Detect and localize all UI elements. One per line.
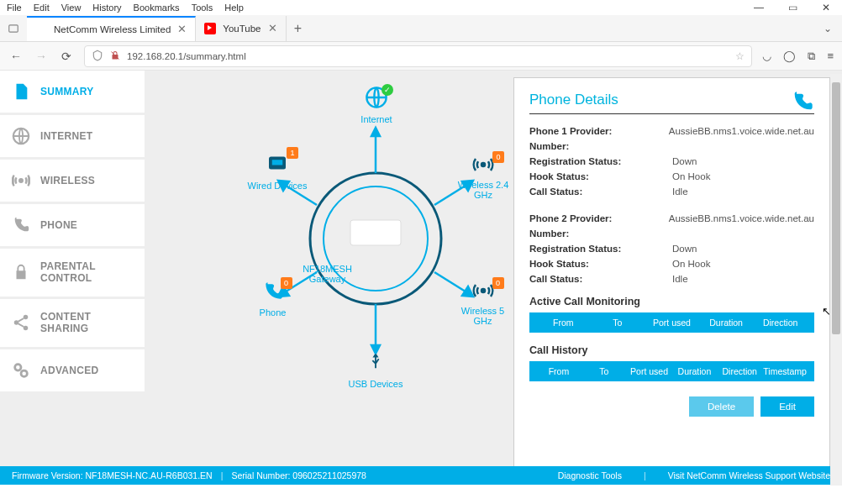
sidebar-item-label: INTERNET — [40, 130, 92, 142]
svg-rect-26 — [272, 160, 283, 165]
node-wired[interactable]: 1 Wired Devices — [244, 150, 311, 191]
firmware-value: NF18MESH-NC.AU-R6B031.EN — [86, 470, 213, 480]
menu-view[interactable]: View — [61, 3, 82, 13]
nav-reload-button[interactable]: ⟳ — [59, 50, 74, 63]
sidebar-item-phone[interactable]: PHONE — [0, 204, 145, 246]
window-maximize[interactable]: ▭ — [783, 2, 802, 13]
window-close[interactable]: ✕ — [817, 2, 835, 13]
tab-label: YouTube — [223, 24, 260, 34]
nav-forward-button[interactable]: → — [34, 50, 49, 63]
phone-icon — [12, 216, 30, 234]
menu-tools[interactable]: Tools — [192, 3, 213, 13]
sidebar-item-sharing[interactable]: CONTENT SHARING — [0, 299, 145, 347]
gateway-label: NF18MESHGateway — [294, 264, 361, 284]
app-body: SUMMARY INTERNET WIRELESS PHONE PARENTAL… — [0, 71, 842, 485]
new-tab-button[interactable]: + — [287, 21, 310, 36]
gears-icon — [12, 361, 30, 380]
node-phone[interactable]: 0 Phone — [250, 281, 296, 318]
globe-icon: ✓ — [365, 86, 388, 111]
lock-icon — [12, 263, 30, 281]
phone-icon — [791, 90, 814, 116]
sidebar-item-label: PHONE — [40, 219, 77, 231]
delete-button[interactable]: Delete — [689, 396, 754, 417]
count-badge: 1 — [287, 147, 298, 159]
details-panel: Phone Details Phone 1 Provider:AussieBB.… — [510, 71, 842, 485]
account-icon[interactable]: ◯ — [783, 50, 796, 63]
tab-close-icon[interactable]: ✕ — [268, 22, 277, 34]
menu-history[interactable]: History — [92, 3, 121, 13]
footer-support-link[interactable]: Visit NetComm Wireless Support Website — [668, 470, 830, 480]
bookmark-star-icon[interactable]: ☆ — [735, 50, 745, 62]
doc-icon — [12, 82, 30, 101]
ethernet-icon: 1 — [265, 150, 290, 177]
svg-point-8 — [21, 370, 27, 376]
network-diagram: NF18MESHGateway ✓ Internet 1 Wired Devic… — [145, 71, 510, 485]
node-internet[interactable]: ✓ Internet — [355, 86, 397, 124]
tab-netcomm[interactable]: NetComm Wireless Limited ✕ — [27, 16, 196, 41]
node-wireless5[interactable]: 0 Wireless 5 GHz — [451, 281, 514, 326]
footer-diagnostic-link[interactable]: Diagnostic Tools — [558, 470, 622, 480]
active-monitoring-header: FromToPort usedDurationDirection — [529, 312, 814, 333]
sidebar-item-label: CONTENT SHARING — [40, 311, 133, 335]
svg-point-27 — [482, 163, 485, 166]
edit-button[interactable]: Edit — [760, 396, 814, 417]
count-badge: 0 — [492, 151, 504, 163]
lock-insecure-icon — [110, 50, 120, 62]
menu-file[interactable]: File — [7, 3, 22, 13]
svg-point-3 — [19, 179, 23, 182]
sidebar-item-label: ADVANCED — [40, 365, 99, 376]
menu-bookmarks[interactable]: Bookmarks — [134, 3, 180, 13]
serial-label: Serial Number: — [231, 470, 290, 480]
wifi-icon — [12, 171, 30, 190]
svg-point-6 — [24, 326, 29, 331]
sidebar-item-label: PARENTAL CONTROL — [40, 260, 133, 285]
node-usb[interactable]: USB Devices — [346, 350, 405, 389]
shield-icon — [92, 50, 103, 63]
browser-tabbar: NetComm Wireless Limited ✕ YouTube ✕ + ⌄ — [0, 15, 842, 42]
svg-point-7 — [15, 364, 21, 370]
sidebar: SUMMARY INTERNET WIRELESS PHONE PARENTAL… — [0, 71, 145, 485]
sidebar-item-internet[interactable]: INTERNET — [0, 115, 145, 157]
wifi-icon: 0 — [471, 281, 496, 302]
card-title: Phone Details — [529, 92, 814, 114]
sidebar-item-wireless[interactable]: WIRELESS — [0, 160, 145, 202]
svg-marker-12 — [371, 128, 380, 136]
phone-icon: 0 — [262, 281, 284, 304]
sidebar-item-label: SUMMARY — [40, 86, 94, 97]
check-icon: ✓ — [382, 84, 393, 96]
window-minimize[interactable]: — — [750, 2, 768, 13]
url-input[interactable]: 192.168.20.1/summary.html ☆ — [84, 45, 752, 67]
scroll-thumb[interactable] — [832, 82, 840, 334]
svg-point-5 — [24, 315, 29, 320]
sidebar-item-summary[interactable]: SUMMARY — [0, 71, 145, 113]
call-history-title: Call History — [529, 344, 814, 356]
globe-icon — [12, 127, 30, 145]
sidebar-item-label: WIRELESS — [40, 175, 95, 186]
phone-details-card: Phone Details Phone 1 Provider:AussieBB.… — [513, 77, 830, 472]
url-text: 192.168.20.1/summary.html — [127, 51, 246, 61]
container-icon[interactable] — [0, 23, 27, 34]
browser-urlbar-row: ← → ⟳ 192.168.20.1/summary.html ☆ ◡ ◯ ⧉ … — [0, 42, 842, 71]
save-pocket-icon[interactable]: ◡ — [762, 50, 771, 63]
favicon-netcomm — [35, 24, 47, 35]
menu-help[interactable]: Help — [224, 3, 244, 13]
favicon-youtube — [204, 23, 216, 34]
sidebar-item-advanced[interactable]: ADVANCED — [0, 349, 145, 391]
active-monitoring-title: Active Call Monitoring — [529, 296, 814, 307]
count-badge: 0 — [492, 277, 504, 289]
window-controls: — ▭ ✕ — [750, 2, 835, 13]
svg-point-4 — [14, 320, 19, 325]
page-scrollbar[interactable] — [830, 74, 842, 486]
sidebar-item-parental[interactable]: PARENTAL CONTROL — [0, 249, 145, 297]
page-footer: Firmware Version: NF18MESH-NC.AU-R6B031.… — [0, 466, 842, 485]
count-badge: 0 — [281, 277, 292, 289]
tabs-chevron-icon[interactable]: ⌄ — [824, 23, 832, 34]
node-wireless24[interactable]: 0 Wireless 2.4 GHz — [454, 155, 513, 200]
tab-close-icon[interactable]: ✕ — [177, 23, 187, 35]
nav-back-button[interactable]: ← — [8, 50, 24, 63]
tab-youtube[interactable]: YouTube ✕ — [196, 16, 286, 41]
menu-edit[interactable]: Edit — [34, 3, 50, 13]
app-menu-icon[interactable]: ≡ — [827, 50, 834, 63]
extensions-icon[interactable]: ⧉ — [808, 50, 815, 63]
svg-rect-0 — [9, 24, 18, 31]
